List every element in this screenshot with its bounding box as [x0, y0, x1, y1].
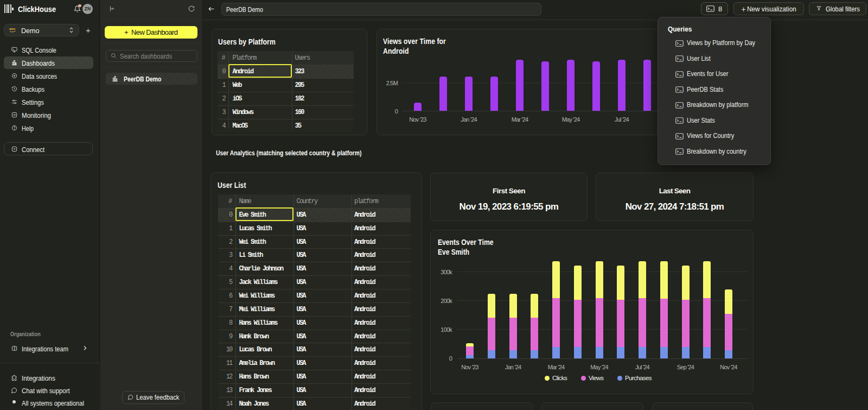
svg-text:aws: aws: [9, 27, 16, 30]
